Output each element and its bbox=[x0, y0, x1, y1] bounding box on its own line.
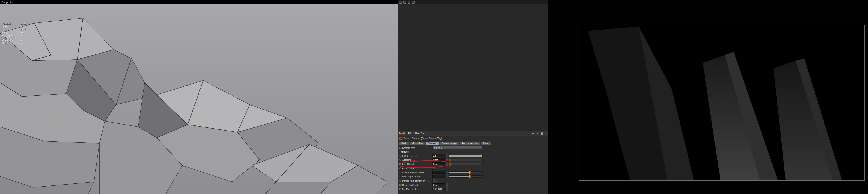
chevron-down-icon: ▾ bbox=[480, 147, 482, 149]
keyframe-dot[interactable] bbox=[399, 163, 401, 165]
menu-mode[interactable]: Mode bbox=[399, 132, 405, 135]
value-stepper[interactable]: ▴▾ bbox=[445, 162, 448, 166]
param-row-far-clip-depth: Far Clip Depth 10000000 ▴▾ bbox=[398, 187, 548, 191]
value-stepper[interactable]: ▴▾ bbox=[445, 158, 448, 162]
stat-row: Triangle Strips0 bbox=[1, 35, 34, 38]
value-field[interactable]: 0 cm bbox=[432, 158, 445, 161]
value-field[interactable]: 0 cm bbox=[432, 184, 445, 186]
keyframe-dot[interactable] bbox=[399, 188, 401, 190]
panel-menu-icon[interactable]: ≡ bbox=[546, 132, 547, 134]
header-icon-2[interactable] bbox=[403, 1, 406, 3]
attribute-tabs: Basic Motion Blur Thinlens Camera imager… bbox=[398, 141, 548, 146]
tab-motion-blur[interactable]: Motion Blur bbox=[410, 142, 425, 145]
param-slider[interactable] bbox=[449, 155, 483, 157]
keyframe-dot[interactable] bbox=[399, 176, 401, 178]
param-row-aperture-aspect-ratio: Aperture aspect ratio 1. ▴▾ bbox=[398, 170, 548, 174]
scroll-up-icon[interactable]: ▲ bbox=[536, 132, 538, 134]
value-stepper[interactable]: ▴▾ bbox=[445, 183, 448, 187]
value-field[interactable]: 10000000 bbox=[432, 188, 445, 191]
keyframe-dot[interactable] bbox=[399, 184, 401, 186]
object-title: Octane Camera [OctaneCameraTag] bbox=[404, 137, 442, 140]
value-field[interactable]: 2.8 bbox=[432, 154, 445, 157]
param-slider[interactable] bbox=[449, 171, 483, 173]
viewport-canvas[interactable] bbox=[0, 0, 398, 194]
render-canvas bbox=[579, 25, 864, 180]
keyframe-dot[interactable] bbox=[399, 159, 401, 161]
header-icon-4[interactable] bbox=[412, 1, 415, 3]
lock-icon[interactable] bbox=[541, 133, 543, 135]
param-row-focal-depth: Focal Depth 0 cm ▴▾ bbox=[398, 162, 548, 166]
stat-row: Layer0 bbox=[1, 41, 34, 44]
param-slider[interactable] bbox=[449, 163, 483, 165]
param-row-near-clip-depth: Near Clip Depth 0 cm ▴▾ bbox=[398, 183, 548, 187]
value-stepper[interactable]: ▴▾ bbox=[445, 154, 448, 157]
param-slider[interactable] bbox=[449, 176, 483, 178]
perspective-correction-checkbox[interactable] bbox=[432, 179, 435, 182]
param-label: Camera type bbox=[402, 147, 427, 149]
keyframe-dot[interactable] bbox=[399, 155, 401, 157]
param-row-auto-focus: Auto Focus ✓ bbox=[398, 166, 548, 170]
stat-row: Line Strips0 bbox=[1, 38, 34, 41]
value-stepper[interactable]: ▴▾ bbox=[445, 187, 448, 191]
stat-row: Triangles2139 bbox=[1, 22, 34, 25]
menu-edit[interactable]: Edit bbox=[408, 132, 412, 135]
menu-user-data[interactable]: User Data bbox=[415, 132, 426, 135]
auto-focus-checkbox[interactable]: ✓ bbox=[432, 167, 435, 169]
stat-row: Points11 bbox=[1, 32, 34, 35]
param-row-fstop: Fstop 2.8 ▴▾ bbox=[398, 153, 548, 158]
empty-panel-area bbox=[398, 4, 548, 131]
group-header-thinlens[interactable]: Thinlens bbox=[398, 150, 548, 153]
attribute-title-row: Octane Camera [OctaneCameraTag] bbox=[398, 136, 548, 141]
live-viewer-render-area[interactable] bbox=[548, 0, 868, 194]
middle-panel-column: Mode Edit User Data ◀ ▲ ≡ Octane Camera … bbox=[398, 0, 548, 194]
octane-camera-tag-icon bbox=[399, 137, 403, 140]
value-field[interactable]: 1. bbox=[432, 175, 445, 178]
param-row-perspective-correction: Perspective correction bbox=[398, 179, 548, 183]
header-icon-3[interactable] bbox=[408, 1, 410, 3]
header-icon-1[interactable] bbox=[399, 1, 402, 3]
stat-row: Quads7 bbox=[1, 25, 34, 29]
attribute-manager-menubar: Mode Edit User Data ◀ ▲ ≡ bbox=[398, 131, 548, 136]
tab-thinlens[interactable]: Thinlens bbox=[426, 142, 439, 145]
keyframe-dot[interactable] bbox=[399, 167, 401, 169]
keyframe-dot[interactable] bbox=[399, 180, 401, 182]
value-stepper[interactable]: ▴▾ bbox=[445, 174, 448, 178]
param-row-pixel-aspect-ratio: Pixel aspect ratio 1. ▴▾ bbox=[398, 174, 548, 179]
tab-basic[interactable]: Basic bbox=[399, 142, 409, 145]
viewport-perspective[interactable]: Perspective bbox=[0, 0, 398, 194]
camera-type-dropdown[interactable]: Thinlens ▾ bbox=[432, 146, 483, 150]
viewport-stats-hud: Triangles2139 Quads7 Lines2185 Points11 … bbox=[1, 22, 34, 44]
checkmark-icon: ✓ bbox=[433, 167, 435, 169]
application-window: Perspective bbox=[0, 0, 868, 194]
param-row-aperture: Aperture 0 cm ▴▾ bbox=[398, 158, 548, 162]
value-stepper[interactable]: ▴▾ bbox=[445, 170, 448, 174]
viewport-titlebar[interactable]: Perspective bbox=[0, 0, 398, 4]
keyframe-dot[interactable] bbox=[399, 147, 401, 149]
tab-camera-imager[interactable]: Camera imager bbox=[439, 142, 459, 145]
history-back-icon[interactable]: ◀ bbox=[532, 132, 534, 134]
tab-post-processing[interactable]: Post processing bbox=[460, 142, 480, 145]
stat-row: Lines2185 bbox=[1, 29, 34, 32]
attribute-manager: Mode Edit User Data ◀ ▲ ≡ Octane Camera … bbox=[398, 131, 548, 194]
param-row-camera-type: Camera type Thinlens ▾ bbox=[398, 146, 548, 150]
param-slider[interactable] bbox=[449, 159, 483, 161]
tab-stereo[interactable]: Stereo bbox=[480, 142, 491, 145]
keyframe-dot[interactable] bbox=[399, 171, 401, 173]
viewport-view-label: Perspective bbox=[1, 1, 14, 3]
panel-header bbox=[398, 0, 548, 4]
value-field[interactable]: 1. bbox=[432, 171, 445, 174]
dropdown-value: Thinlens bbox=[434, 147, 442, 149]
value-field[interactable]: 0 cm bbox=[432, 162, 445, 165]
render-region-frame[interactable] bbox=[579, 25, 865, 181]
